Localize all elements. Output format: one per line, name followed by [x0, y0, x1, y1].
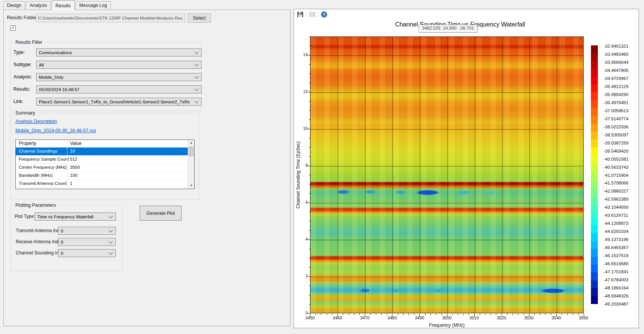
filter-row-subtype: Subtype:All	[13, 61, 200, 69]
summary-group: Summary Analysis DescriptionMobile_Only_…	[10, 113, 199, 200]
x-minor-tick	[387, 314, 387, 315]
x-tick-label: 3510	[465, 316, 484, 320]
summary-link-1[interactable]: Analysis Description	[15, 119, 57, 124]
toolbar-separator	[306, 12, 306, 18]
waterfall-plot[interactable]	[310, 37, 584, 313]
x-minor-tick	[349, 314, 349, 315]
dropdown-channel-sounding-index[interactable]: 0	[58, 249, 116, 257]
x-tick-label: 3460	[328, 316, 347, 320]
dropdown-type-value: Communications	[37, 50, 195, 55]
colorbar-tick-label: -44.1208873	[604, 221, 629, 226]
gridline-horizontal	[310, 166, 583, 166]
y-minor-tick	[309, 83, 310, 83]
results-filter-group: Results Filter Type:CommunicationsSubtyp…	[10, 42, 201, 111]
filter-label-type: Type:	[13, 50, 25, 55]
summary-link-2[interactable]: Mobile_Only_2024-05-30_16-48-57.rsp	[15, 128, 96, 133]
dropdown-results[interactable]: 05/30/2024 16:48:57	[36, 85, 202, 93]
y-tick-label: 12	[296, 89, 308, 94]
dropdown-type[interactable]: Communications	[36, 48, 202, 56]
export-icon[interactable]	[308, 11, 316, 18]
help-icon[interactable]: ?	[320, 11, 328, 18]
y-minor-tick	[309, 304, 310, 304]
gridline-vertical	[392, 37, 393, 313]
gridline-horizontal	[310, 129, 583, 130]
x-minor-tick	[321, 314, 321, 315]
filter-row-type: Type:Communications	[13, 48, 200, 56]
x-minor-tick	[370, 314, 370, 315]
x-minor-tick	[518, 314, 518, 315]
table-row-frequency-sample-count[interactable]: Frequency Sample Count512	[16, 156, 188, 164]
dropdown-analysis[interactable]: Mobile_Only	[36, 73, 202, 81]
dropdown-transmit-antenna-index[interactable]: 0	[58, 227, 116, 235]
colorbar-tick-label: -34.9729967	[604, 76, 629, 81]
y-major-tick	[308, 129, 310, 129]
y-minor-tick	[309, 295, 310, 295]
generate-plot-button[interactable]: Generate Plot	[140, 206, 182, 221]
scroll-down-icon[interactable]: ▼	[188, 183, 194, 189]
column-separator	[67, 148, 67, 155]
gridline-vertical	[475, 37, 475, 313]
table-row-bandwidth-mhz[interactable]: Bandwidth (MHz)100	[16, 172, 188, 180]
x-minor-tick	[485, 314, 486, 315]
x-minor-tick	[545, 314, 546, 315]
tab-analysis[interactable]: Analysis	[26, 1, 51, 10]
tab-message-log[interactable]: Message Log	[75, 1, 111, 10]
x-tick-label: 3490	[410, 316, 429, 320]
table-row-channel-soundings[interactable]: Channel Soundings10	[16, 148, 188, 156]
x-minor-tick	[398, 314, 398, 315]
x-minor-tick	[403, 314, 404, 315]
colorbar-tick-label: -44.6291034	[604, 229, 629, 234]
filter-row-link: Link:Place1-Sensor1-Sensor1_TxRx_to_Grou…	[13, 98, 200, 106]
table-row-center-frequency-mhz[interactable]: Center Frequency (MHz)3500	[16, 164, 188, 172]
colorbar-tick-label: -41.5798066	[604, 181, 629, 186]
y-minor-tick	[309, 175, 310, 175]
save-icon[interactable]	[296, 11, 304, 18]
x-tick-label: 3480	[382, 316, 402, 320]
column-separator	[67, 164, 67, 171]
dropdown-link[interactable]: Place1-Sensor1-Sensor1_TxRx_to_GroundVeh…	[36, 98, 202, 106]
colorbar-tick-label: -47.6784003	[604, 278, 629, 283]
tab-design[interactable]: Design	[3, 1, 25, 10]
y-major-tick	[308, 313, 310, 314]
plot-type-label: Plot Type:	[15, 214, 35, 219]
y-minor-tick	[309, 193, 310, 194]
y-minor-tick	[309, 286, 310, 286]
cell-property: Center Frequency (MHz)	[19, 165, 68, 169]
filter-row-analysis: Analysis:Mobile_Only	[13, 73, 200, 81]
dropdown-subtype[interactable]: All	[36, 61, 202, 69]
y-tick-label: 10	[296, 126, 308, 131]
filter-label-subtype: Subtype:	[13, 62, 32, 67]
x-minor-tick	[332, 314, 332, 315]
cell-value: 1	[70, 181, 72, 186]
scroll-up-icon[interactable]: ▲	[188, 140, 194, 146]
results-folder-input[interactable]	[36, 14, 185, 22]
y-minor-tick	[309, 230, 310, 231]
dropdown-subtype-value: All	[37, 63, 195, 67]
colorbar-tick-label: -39.0387259	[604, 141, 629, 146]
output-folder-checkbox[interactable]	[10, 25, 16, 31]
y-minor-tick	[309, 249, 310, 249]
x-minor-tick	[414, 314, 414, 315]
select-folder-button[interactable]: Select	[188, 13, 211, 23]
y-tick-label: 4	[296, 237, 308, 241]
y-minor-tick	[309, 258, 310, 258]
x-minor-tick	[430, 314, 431, 315]
summary-table-scrollbar[interactable]: ▲ ▼	[188, 140, 194, 189]
tab-results[interactable]: Results	[52, 0, 75, 10]
scrollbar-thumb[interactable]	[189, 146, 194, 156]
x-minor-tick	[315, 314, 316, 315]
dropdown-plot-type[interactable]: Time vs Frequency Waterfall	[35, 213, 116, 221]
x-minor-tick	[524, 314, 524, 315]
x-minor-tick	[562, 314, 562, 315]
filter-label-link: Link:	[13, 99, 23, 104]
x-minor-tick	[496, 314, 496, 315]
summary-title: Summary	[14, 110, 37, 116]
x-minor-tick	[343, 314, 343, 315]
colorbar-tick-label: -37.0058613	[604, 108, 629, 114]
colorbar-tick-label: -46.6619680	[604, 261, 629, 267]
dropdown-receive-antenna-index[interactable]: 0	[58, 238, 116, 246]
chevron-down-icon	[108, 228, 113, 232]
colorbar-tick-label: -42.5962389	[604, 197, 629, 202]
gridline-vertical	[365, 37, 365, 313]
table-row-transmit-antenna-count[interactable]: Transmit Antenna Count1	[16, 180, 188, 188]
